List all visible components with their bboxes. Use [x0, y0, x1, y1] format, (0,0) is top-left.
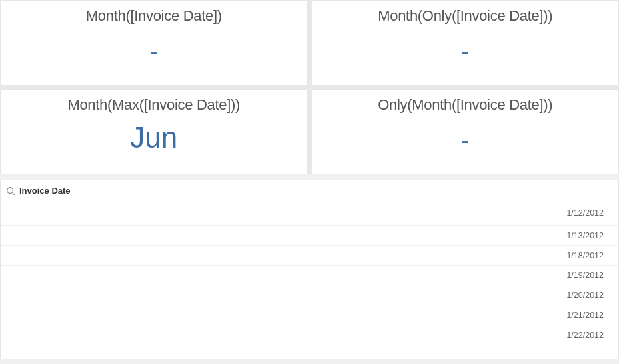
- kpi-title: Only(Month([Invoice Date])): [378, 96, 552, 114]
- kpi-value: -: [461, 39, 469, 63]
- list-item-label: 1/21/2012: [566, 311, 604, 320]
- list-item-label: 1/18/2012: [566, 251, 604, 260]
- list-item-label: 1/19/2012: [566, 271, 604, 280]
- svg-line-1: [13, 192, 15, 195]
- listbox-header[interactable]: Invoice Date: [1, 180, 618, 200]
- kpi-title: Month(Only([Invoice Date])): [378, 7, 552, 25]
- invoice-date-listbox[interactable]: Invoice Date 1/12/2012 1/13/2012 1/18/20…: [0, 180, 619, 359]
- kpi-value: -: [461, 128, 469, 152]
- kpi-title: Month([Invoice Date]): [86, 7, 222, 25]
- kpi-card-month-max-invoice-date[interactable]: Month(Max([Invoice Date])) Jun: [0, 89, 308, 174]
- list-item[interactable]: 1/13/2012: [1, 226, 618, 246]
- kpi-value: Jun: [130, 123, 177, 152]
- list-item[interactable]: 1/20/2012: [1, 285, 618, 305]
- list-item[interactable]: 1/21/2012: [1, 305, 618, 325]
- kpi-title: Month(Max([Invoice Date])): [67, 96, 240, 114]
- search-icon: [6, 186, 15, 196]
- list-item[interactable]: 1/19/2012: [1, 266, 618, 285]
- listbox-body: 1/12/2012 1/13/2012 1/18/2012 1/19/2012 …: [1, 200, 618, 359]
- list-item[interactable]: 1/12/2012: [1, 200, 618, 226]
- list-item[interactable]: 1/18/2012: [1, 246, 618, 266]
- listbox-title: Invoice Date: [19, 186, 71, 196]
- kpi-card-month-only-invoice-date[interactable]: Month(Only([Invoice Date])) -: [312, 0, 620, 85]
- list-item-label: 1/13/2012: [566, 231, 604, 240]
- kpi-value: -: [150, 39, 158, 63]
- list-item-label: 1/22/2012: [566, 331, 604, 340]
- svg-point-0: [7, 187, 13, 193]
- kpi-grid: Month([Invoice Date]) - Month(Only([Invo…: [0, 0, 619, 174]
- list-item-label: 1/20/2012: [566, 291, 604, 300]
- list-item-label: 1/12/2012: [566, 208, 604, 218]
- kpi-card-only-month-invoice-date[interactable]: Only(Month([Invoice Date])) -: [312, 89, 620, 174]
- kpi-card-month-invoice-date[interactable]: Month([Invoice Date]) -: [0, 0, 308, 85]
- list-item[interactable]: 1/22/2012: [1, 325, 618, 345]
